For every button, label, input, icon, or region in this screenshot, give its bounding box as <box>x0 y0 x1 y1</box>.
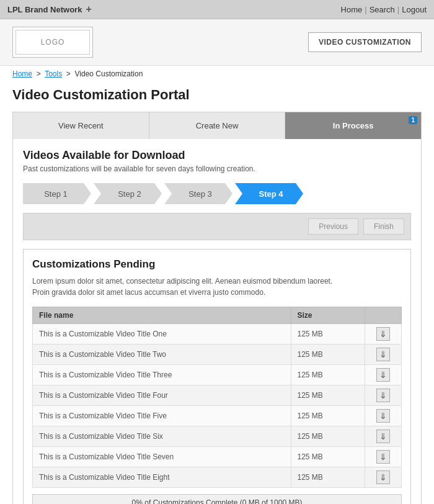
nav-links: Home | Search | Logout <box>341 5 427 14</box>
step-3-label: Step 3 <box>188 189 212 199</box>
file-name: This is a Customizable Video Title Three <box>33 365 291 385</box>
file-name: This is a Customizable Video Title Two <box>33 344 291 365</box>
download-cell[interactable]: ⇓ <box>365 365 402 385</box>
section-subtitle: Past customizations will be available fo… <box>23 164 411 173</box>
file-size: 125 MB <box>291 406 365 426</box>
table-row: This is a Customizable Video Title Two 1… <box>33 344 402 365</box>
tabs-container: View Recent Create New In Process 1 <box>12 112 422 139</box>
download-icon[interactable]: ⇓ <box>376 470 390 484</box>
file-size: 125 MB <box>291 467 365 488</box>
download-cell[interactable]: ⇓ <box>365 426 402 447</box>
files-table: File name Size This is a Customizable Vi… <box>32 307 402 488</box>
separator-2: | <box>397 5 399 14</box>
table-row: This is a Customizable Video Title One 1… <box>33 324 402 344</box>
separator-1: | <box>365 5 366 14</box>
main-content: Videos Available for Download Past custo… <box>12 139 422 504</box>
pending-title: Customizations Pending <box>32 258 402 271</box>
page-title: Video Customization Portal <box>0 82 434 112</box>
file-name: This is a Customizable Video Title Seven <box>33 447 291 467</box>
tab-view-recent-label: View Recent <box>58 121 104 130</box>
breadcrumb-tools[interactable]: Tools <box>45 70 62 78</box>
col-header-filename: File name <box>33 307 291 324</box>
download-cell[interactable]: ⇓ <box>365 447 402 467</box>
col-header-size: Size <box>291 307 365 324</box>
tab-create-new-label: Create New <box>196 121 239 130</box>
download-icon[interactable]: ⇓ <box>376 368 390 382</box>
tab-in-process-label: In Process <box>333 121 374 130</box>
file-size: 125 MB <box>291 324 365 344</box>
file-size: 125 MB <box>291 447 365 467</box>
file-size: 125 MB <box>291 385 365 406</box>
nav-buttons-row: Previous Finish <box>23 213 411 240</box>
step-2-label: Step 2 <box>118 189 141 199</box>
download-cell[interactable]: ⇓ <box>365 406 402 426</box>
steps-container: Step 1 Step 2 Step 3 Step 4 <box>23 183 411 204</box>
file-name: This is a Customizable Video Title Eight <box>33 467 291 488</box>
finish-button[interactable]: Finish <box>363 218 404 235</box>
file-size: 125 MB <box>291 344 365 365</box>
download-icon[interactable]: ⇓ <box>376 389 390 402</box>
download-icon[interactable]: ⇓ <box>376 348 390 361</box>
step-1[interactable]: Step 1 <box>23 183 91 204</box>
breadcrumb-current: Video Customization <box>75 70 143 78</box>
tab-create-new[interactable]: Create New <box>149 112 286 139</box>
table-row: This is a Customizable Video Title Three… <box>33 365 402 385</box>
header-area: LOGO VIDEO CUSTOMIZATION <box>0 19 434 66</box>
tab-view-recent[interactable]: View Recent <box>13 112 149 139</box>
file-name: This is a Customizable Video Title Five <box>33 406 291 426</box>
download-icon[interactable]: ⇓ <box>376 327 390 341</box>
nav-home-link[interactable]: Home <box>341 5 363 14</box>
breadcrumb: Home > Tools > Video Customization <box>0 66 434 82</box>
pending-desc: Lorem ipsum dolor sit amet, consectetur … <box>32 276 402 298</box>
top-nav: LPL Brand Network + Home | Search | Logo… <box>0 0 434 19</box>
progress-bar: 0% of Customizations Complete (0 MB of 1… <box>32 494 402 504</box>
brand-name: LPL Brand Network <box>7 5 82 14</box>
file-size: 125 MB <box>291 426 365 447</box>
table-row: This is a Customizable Video Title Eight… <box>33 467 402 488</box>
download-cell[interactable]: ⇓ <box>365 467 402 488</box>
download-icon[interactable]: ⇓ <box>376 450 390 464</box>
download-icon[interactable]: ⇓ <box>376 409 390 423</box>
step-2[interactable]: Step 2 <box>94 183 162 204</box>
breadcrumb-home[interactable]: Home <box>12 70 32 78</box>
table-row: This is a Customizable Video Title Four … <box>33 385 402 406</box>
file-name: This is a Customizable Video Title One <box>33 324 291 344</box>
file-name: This is a Customizable Video Title Four <box>33 385 291 406</box>
step-4[interactable]: Step 4 <box>235 183 303 204</box>
step-4-label: Step 4 <box>259 189 283 199</box>
table-row: This is a Customizable Video Title Seven… <box>33 447 402 467</box>
download-cell[interactable]: ⇓ <box>365 344 402 365</box>
logo-box: LOGO <box>12 27 93 58</box>
nav-search-link[interactable]: Search <box>370 5 395 14</box>
col-header-download <box>365 307 402 324</box>
nav-logout-link[interactable]: Logout <box>402 5 427 14</box>
table-row: This is a Customizable Video Title Six 1… <box>33 426 402 447</box>
download-cell[interactable]: ⇓ <box>365 324 402 344</box>
brand-area: LPL Brand Network + <box>7 4 92 15</box>
add-icon[interactable]: + <box>86 4 91 15</box>
table-row: This is a Customizable Video Title Five … <box>33 406 402 426</box>
previous-button[interactable]: Previous <box>308 218 358 235</box>
file-name: This is a Customizable Video Title Six <box>33 426 291 447</box>
tab-badge: 1 <box>409 116 417 124</box>
step-1-label: Step 1 <box>44 189 68 199</box>
logo-text: LOGO <box>41 38 65 47</box>
file-size: 125 MB <box>291 365 365 385</box>
video-customization-button[interactable]: VIDEO CUSTOMIZATION <box>308 32 422 52</box>
section-title: Videos Available for Download <box>23 149 411 162</box>
tab-in-process[interactable]: In Process 1 <box>285 112 421 139</box>
step-3[interactable]: Step 3 <box>164 183 232 204</box>
pending-box: Customizations Pending Lorem ipsum dolor… <box>23 249 411 504</box>
download-icon[interactable]: ⇓ <box>376 430 390 443</box>
download-cell[interactable]: ⇓ <box>365 385 402 406</box>
